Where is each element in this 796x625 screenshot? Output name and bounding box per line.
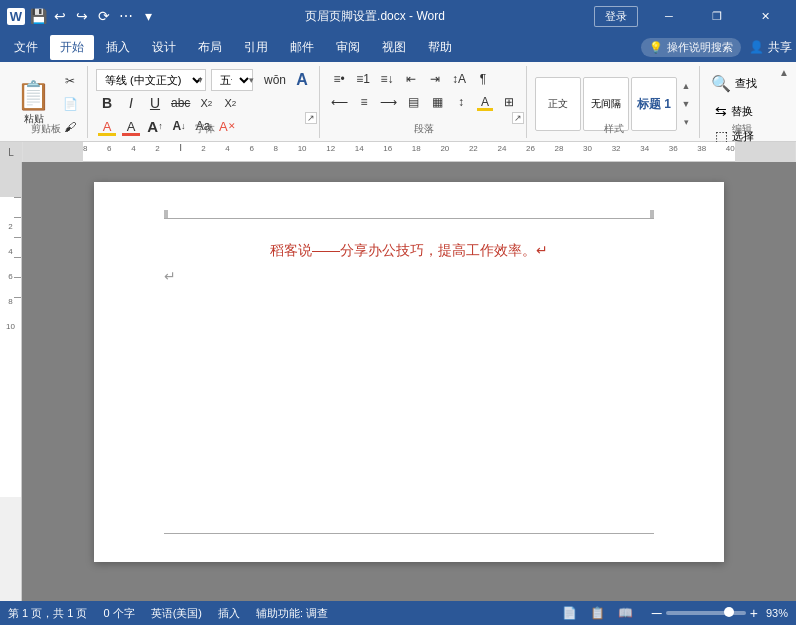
menu-home[interactable]: 开始 <box>50 35 94 60</box>
restore-button[interactable]: ❐ <box>694 0 740 32</box>
menu-insert[interactable]: 插入 <box>96 35 140 60</box>
bold-button[interactable]: B <box>96 92 118 114</box>
font-row1: 等线 (中文正文) 五号 wōn A <box>96 69 313 91</box>
multilevel-button[interactable]: ≡↓ <box>376 68 398 90</box>
menu-references[interactable]: 引用 <box>234 35 278 60</box>
font-expand-button[interactable]: ↗ <box>305 112 317 124</box>
line-spacing-button[interactable]: ↕ <box>450 91 472 113</box>
ribbon-content: 📋 粘贴 ✂ 📄 🖌 剪贴板 等线 (中文正文) <box>4 66 792 146</box>
editing-label: 编辑 <box>702 122 782 136</box>
menu-layout[interactable]: 布局 <box>188 35 232 60</box>
zoom-slider[interactable] <box>666 611 746 615</box>
document-page[interactable]: 稻客说——分享办公技巧，提高工作效率。↵ ↵ <box>94 182 724 562</box>
font-group: 等线 (中文正文) 五号 wōn A B I U ab <box>90 66 320 138</box>
align-distributed-button[interactable]: ▦ <box>426 91 448 113</box>
menu-bar: 文件 开始 插入 设计 布局 引用 邮件 审阅 视图 帮助 💡 操作说明搜索 👤… <box>0 32 796 62</box>
show-marks-button[interactable]: ¶ <box>472 68 494 90</box>
menu-help[interactable]: 帮助 <box>418 35 462 60</box>
accessibility-check[interactable]: 辅助功能: 调查 <box>256 606 328 621</box>
find-button[interactable]: 🔍 查找 <box>708 70 760 96</box>
paste-button[interactable]: 📋 粘贴 <box>10 80 57 128</box>
cut-button[interactable]: ✂ <box>59 70 81 92</box>
lightbulb-icon: 💡 <box>649 41 663 54</box>
page-info: 第 1 页，共 1 页 <box>8 606 87 621</box>
ruler: 8 6 4 2 | 2 4 6 8 10 12 14 16 18 20 22 2… <box>22 142 796 162</box>
style-scroll-up[interactable]: ▲ <box>679 78 693 95</box>
word-art-button[interactable]: wōn <box>261 69 289 91</box>
zoom-level[interactable]: 93% <box>766 607 788 619</box>
big-a-button[interactable]: A <box>291 69 313 91</box>
menu-bar-right: 💡 操作说明搜索 👤 共享 <box>641 38 792 57</box>
shading-button[interactable]: A <box>474 91 496 113</box>
zoom-in-button[interactable]: + <box>750 605 758 621</box>
font-name-select[interactable]: 等线 (中文正文) <box>96 69 206 91</box>
ribbon-collapse-button[interactable]: ▲ <box>776 64 792 80</box>
justify-button[interactable]: ▤ <box>402 91 424 113</box>
superscript-button[interactable]: X2 <box>219 92 241 114</box>
zoom-out-button[interactable]: ─ <box>652 605 662 621</box>
numbering-button[interactable]: ≡1 <box>352 68 374 90</box>
update-icon[interactable]: ⟳ <box>96 8 112 24</box>
search-area[interactable]: 💡 操作说明搜索 <box>641 38 741 57</box>
close-button[interactable]: ✕ <box>742 0 788 32</box>
share-button[interactable]: 👤 共享 <box>749 39 792 56</box>
copy-button[interactable]: 📄 <box>59 93 81 115</box>
zoom-control: ─ + 93% <box>652 605 788 621</box>
paragraph-expand-button[interactable]: ↗ <box>512 112 524 124</box>
status-bar-right: 📄 📋 📖 ─ + 93% <box>560 603 788 623</box>
underline-button[interactable]: U <box>144 92 166 114</box>
replace-button[interactable]: ⇆ 替换 <box>708 98 760 124</box>
minimize-button[interactable]: ─ <box>646 0 692 32</box>
login-button[interactable]: 登录 <box>594 6 638 27</box>
insert-mode[interactable]: 插入 <box>218 606 240 621</box>
menu-review[interactable]: 审阅 <box>326 35 370 60</box>
menu-mailings[interactable]: 邮件 <box>280 35 324 60</box>
document-text1: 稻客说——分享办公技巧，提高工作效率。↵ <box>270 242 548 258</box>
para-row1: ≡• ≡1 ≡↓ ⇤ ⇥ ↕A ¶ <box>328 68 494 90</box>
bullets-button[interactable]: ≡• <box>328 68 350 90</box>
ribbon: 📋 粘贴 ✂ 📄 🖌 剪贴板 等线 (中文正文) <box>0 62 796 142</box>
find-label: 查找 <box>735 76 757 91</box>
status-bar: 第 1 页，共 1 页 0 个字 英语(美国) 插入 辅助功能: 调查 📄 📋 … <box>0 601 796 625</box>
menu-design[interactable]: 设计 <box>142 35 186 60</box>
save-icon[interactable]: 💾 <box>30 8 46 24</box>
vertical-ruler: 2 4 6 8 10 <box>0 162 22 601</box>
align-center-button[interactable]: ≡ <box>353 91 375 113</box>
document-paragraph1[interactable]: 稻客说——分享办公技巧，提高工作效率。↵ <box>164 242 654 260</box>
document-area: 2 4 6 8 10 稻客说——分享办公技巧，提高工作效率。↵ <box>0 162 796 601</box>
subscript-button[interactable]: X2 <box>195 92 217 114</box>
replace-label: 替换 <box>731 104 753 119</box>
style-scroll-down[interactable]: ▼ <box>679 96 693 113</box>
borders-button[interactable]: ⊞ <box>498 91 520 113</box>
more-icon[interactable]: ▾ <box>140 8 156 24</box>
font-size-select[interactable]: 五号 <box>211 69 253 91</box>
undo-icon[interactable]: ↩ <box>52 8 68 24</box>
print-layout-button[interactable]: 📄 <box>560 603 580 623</box>
redo-icon[interactable]: ↪ <box>74 8 90 24</box>
editing-group: 🔍 查找 ⇆ 替换 ⬚ 选择 编辑 <box>702 66 782 138</box>
ruler-right-margin <box>735 142 795 162</box>
menu-view[interactable]: 视图 <box>372 35 416 60</box>
clipboard-group: 📋 粘贴 ✂ 📄 🖌 剪贴板 <box>4 66 88 138</box>
align-right-button[interactable]: ⟶ <box>377 91 400 113</box>
align-left-button[interactable]: ⟵ <box>328 91 351 113</box>
title-bar: W 💾 ↩ ↪ ⟳ ⋯ ▾ 页眉页脚设置.docx - Word 登录 ─ ❐ … <box>0 0 796 32</box>
document-content: 稻客说——分享办公技巧，提高工作效率。↵ ↵ <box>164 232 654 284</box>
italic-button[interactable]: I <box>120 92 142 114</box>
menu-file[interactable]: 文件 <box>4 35 48 60</box>
search-hint: 操作说明搜索 <box>667 40 733 55</box>
vertical-ruler-top-margin <box>0 162 21 197</box>
increase-indent-button[interactable]: ⇥ <box>424 68 446 90</box>
zoom-slider-thumb <box>724 607 734 617</box>
web-layout-button[interactable]: 📋 <box>588 603 608 623</box>
document-paragraph2[interactable]: ↵ <box>164 268 654 284</box>
decrease-indent-button[interactable]: ⇤ <box>400 68 422 90</box>
customize-icon[interactable]: ⋯ <box>118 8 134 24</box>
header-area <box>164 214 654 219</box>
sort-button[interactable]: ↕A <box>448 68 470 90</box>
footer-area <box>164 533 654 534</box>
outline-button[interactable]: 📖 <box>616 603 636 623</box>
strikethrough-button[interactable]: abc <box>168 92 193 114</box>
title-bar-left: W 💾 ↩ ↪ ⟳ ⋯ ▾ <box>8 8 156 24</box>
paragraph-mark: ↵ <box>164 268 176 284</box>
